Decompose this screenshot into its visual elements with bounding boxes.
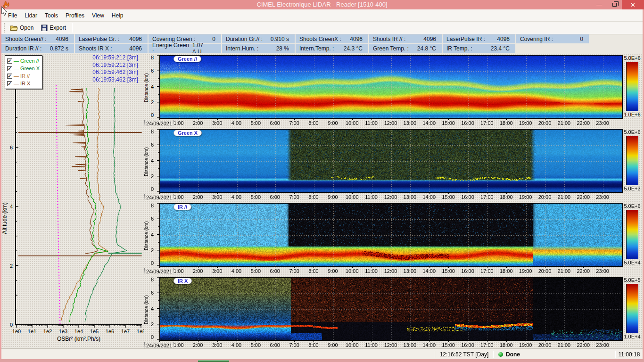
toolbar-grip[interactable] — [4, 23, 6, 33]
hour-label: 19:00 — [519, 342, 532, 348]
hour-label: 5:00 — [251, 342, 261, 348]
hour-label: 9:00 — [328, 268, 338, 274]
param-green-temp: Green Temp. :24.8 °C — [369, 44, 442, 53]
param-shoots-greenx: Shoots GreenX :4096 — [296, 34, 368, 43]
app-window: CIMEL Electronique LIDAR - Reader [1510-… — [0, 0, 644, 362]
statusbar-done: Done — [494, 351, 615, 358]
param-label: Intern.Temp. : — [296, 45, 334, 52]
menu-lidar[interactable]: Lidar — [21, 11, 41, 20]
open-button[interactable]: Open — [7, 23, 37, 33]
hour-label: 22:00 — [577, 268, 590, 274]
hour-label: 2:00 — [193, 194, 203, 200]
svg-text:6: 6 — [151, 290, 154, 296]
param-value: 4096 — [129, 45, 148, 52]
window-title: CIMEL Electronique LIDAR - Reader [1510-… — [0, 0, 644, 9]
panel-ir: Distance (km)02468IR //5.0E+65.0E+424/09… — [144, 203, 643, 276]
param-label: Shoots GreenX : — [296, 36, 341, 42]
legend-label: IR // — [20, 73, 30, 79]
hour-label: 6:00 — [270, 194, 280, 200]
mouse-cursor — [1, 6, 8, 16]
hour-label: 13:00 — [404, 194, 417, 200]
export-button-label: Export — [50, 25, 66, 31]
svg-text:2: 2 — [151, 321, 154, 327]
export-button[interactable]: Export — [38, 23, 69, 33]
color-scale-ir: 5.0E+65.0E+4 — [622, 203, 643, 266]
open-folder-icon — [10, 25, 18, 31]
timestamp-line: 06:19:59.462 [3m] — [92, 69, 138, 76]
svg-text:4: 4 — [151, 84, 154, 90]
hour-label: 21:00 — [558, 268, 571, 274]
menu-help[interactable]: Help — [108, 11, 127, 20]
hour-label: 5:00 — [251, 268, 261, 274]
taskbar-sliver — [198, 360, 229, 362]
hour-label: 2:00 — [193, 268, 203, 274]
svg-text:Distance (km): Distance (km) — [144, 295, 149, 324]
title-bar[interactable]: CIMEL Electronique LIDAR - Reader [1510-… — [0, 0, 644, 9]
heatmap-canvas-ir[interactable] — [159, 203, 623, 267]
svg-text:1e1: 1e1 — [28, 329, 36, 334]
scale-min-label: 1.0E+4 — [624, 334, 640, 340]
svg-text:1e2: 1e2 — [43, 329, 52, 334]
hour-label: 3:00 — [212, 194, 222, 200]
legend-checkbox-green-x[interactable]: ✓ — [7, 66, 12, 71]
legend-item-ir: ✓—IR // — [7, 72, 40, 80]
legend-checkbox-green[interactable]: ✓ — [7, 58, 12, 64]
svg-text:Distance (km): Distance (km) — [144, 147, 149, 176]
svg-text:2: 2 — [151, 173, 154, 179]
hour-label: 4:00 — [231, 120, 241, 126]
hour-label: 17:00 — [480, 342, 494, 348]
heatmap-canvas-ir-x[interactable] — [159, 277, 623, 341]
hour-label: 18:00 — [500, 342, 513, 348]
statusbar-tst-time: 12:16:52 TST [Day] — [435, 351, 493, 358]
hour-label: 21:00 — [558, 120, 571, 126]
param-covering-ir: Covering IR :0 — [516, 34, 589, 43]
hour-label: 16:00 — [461, 342, 474, 348]
minimize-button[interactable]: — — [592, 0, 607, 9]
time-axis-ir-x: 24/09/20211:002:003:004:005:006:007:008:… — [144, 340, 643, 350]
svg-text:Distance (km): Distance (km) — [144, 221, 149, 250]
panel-label-green-x: Green X — [173, 130, 202, 136]
svg-text:4: 4 — [151, 306, 154, 312]
svg-text:2: 2 — [151, 99, 154, 105]
param-energie-green: Energie Green :1.07 A.U. — [149, 44, 221, 53]
panel-label-ir-x: IR X — [173, 278, 192, 284]
menu-profiles[interactable]: Profiles — [62, 11, 88, 20]
legend-checkbox-ir-x[interactable]: ✓ — [7, 81, 12, 86]
date-label: 24/09/2021 — [144, 342, 174, 349]
restore-icon — [612, 3, 617, 7]
colorbar-gradient — [626, 62, 638, 111]
legend-line-sample: — — [14, 66, 19, 71]
color-scale-green: 5.0E+61.0E+6 — [622, 55, 643, 118]
done-label: Done — [506, 351, 520, 358]
param-value: 24.8 °C — [417, 45, 442, 52]
legend-checkbox-ir[interactable]: ✓ — [7, 74, 12, 79]
close-button[interactable]: ✕ — [622, 0, 644, 9]
menu-view[interactable]: View — [88, 11, 108, 20]
hour-label: 1:00 — [173, 342, 183, 348]
heatmap-canvas-green-x[interactable] — [159, 129, 623, 193]
hour-label: 1:00 — [173, 268, 183, 274]
hour-label: 12:00 — [384, 268, 397, 274]
scale-min-label: 5.0E+4 — [624, 260, 640, 266]
open-button-label: Open — [20, 25, 33, 31]
menu-bar: FileLidarToolsProfilesViewHelp — [1, 9, 643, 22]
color-scale-ir-x: 5.0E+51.0E+4 — [622, 277, 643, 340]
hour-label: 19:00 — [519, 120, 532, 126]
scale-max-label: 5.0E+6 — [624, 55, 640, 61]
scale-max-label: 5.0E+6 — [624, 203, 640, 209]
param-intern-hum: Intern.Hum. :28 % — [222, 44, 295, 53]
restore-button[interactable] — [607, 0, 622, 9]
hour-label: 13:00 — [404, 342, 417, 348]
param-ir-temp: IR Temp. :23.4 °C — [443, 44, 515, 53]
hour-label: 7:00 — [289, 120, 299, 126]
panel-y-axis: Distance (km)02468 — [144, 277, 159, 340]
hour-label: 9:00 — [328, 120, 338, 126]
hour-label: 15:00 — [442, 342, 455, 348]
scale-min-label: 5.0E+3 — [624, 186, 640, 192]
heatmap-canvas-green[interactable] — [159, 55, 623, 119]
hour-label: 6:00 — [270, 342, 280, 348]
param-duration-gr: Duration Gr.// :0.910 s — [222, 34, 295, 43]
time-axis-green-x: 24/09/20211:002:003:004:005:006:007:008:… — [144, 192, 643, 202]
menu-tools[interactable]: Tools — [41, 11, 62, 20]
hour-label: 12:00 — [384, 194, 397, 200]
